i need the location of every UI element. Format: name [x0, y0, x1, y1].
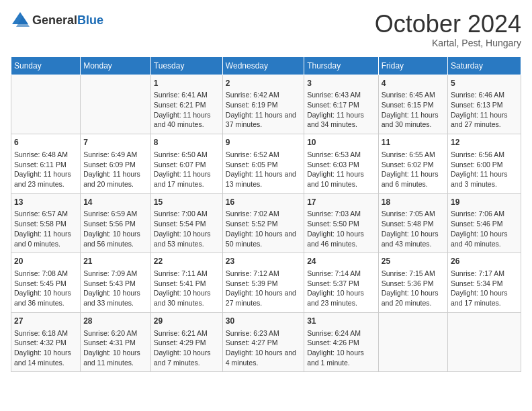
calendar-week-row: 1Sunrise: 6:41 AM Sunset: 6:21 PM Daylig…	[11, 75, 521, 134]
cell-content: Sunrise: 6:48 AM Sunset: 6:11 PM Dayligh…	[14, 150, 77, 189]
weekday-header-sunday: Sunday	[11, 56, 81, 75]
day-number: 11	[382, 137, 445, 148]
weekday-header-friday: Friday	[378, 56, 447, 75]
day-number: 4	[382, 78, 445, 89]
day-number: 31	[307, 316, 375, 327]
day-number: 21	[83, 256, 148, 267]
calendar-cell: 3Sunrise: 6:43 AM Sunset: 6:17 PM Daylig…	[304, 75, 379, 134]
cell-content: Sunrise: 7:09 AM Sunset: 5:43 PM Dayligh…	[83, 269, 148, 308]
day-number: 15	[154, 197, 220, 208]
calendar-cell: 31Sunrise: 6:24 AM Sunset: 4:26 PM Dayli…	[304, 312, 379, 372]
logo-general-text: General	[32, 13, 77, 27]
day-number: 28	[83, 316, 148, 327]
cell-content: Sunrise: 6:43 AM Sunset: 6:17 PM Dayligh…	[307, 90, 375, 130]
calendar-cell: 27Sunrise: 6:18 AM Sunset: 4:32 PM Dayli…	[11, 312, 81, 372]
day-number: 24	[307, 256, 375, 267]
cell-content: Sunrise: 7:15 AM Sunset: 5:36 PM Dayligh…	[382, 269, 445, 308]
calendar-cell: 7Sunrise: 6:49 AM Sunset: 6:09 PM Daylig…	[81, 134, 151, 194]
day-number: 10	[307, 137, 375, 148]
cell-content: Sunrise: 6:18 AM Sunset: 4:32 PM Dayligh…	[14, 328, 77, 368]
page-header: GeneralBlue October 2024 Kartal, Pest, H…	[11, 11, 521, 48]
day-number: 14	[83, 197, 148, 208]
weekday-header-saturday: Saturday	[447, 56, 521, 75]
cell-content: Sunrise: 7:17 AM Sunset: 5:34 PM Dayligh…	[451, 269, 518, 308]
calendar-cell	[11, 75, 81, 134]
calendar-cell: 30Sunrise: 6:23 AM Sunset: 4:27 PM Dayli…	[222, 312, 304, 372]
cell-content: Sunrise: 7:02 AM Sunset: 5:52 PM Dayligh…	[226, 209, 301, 248]
calendar-cell: 2Sunrise: 6:42 AM Sunset: 6:19 PM Daylig…	[222, 75, 304, 134]
calendar-cell: 1Sunrise: 6:41 AM Sunset: 6:21 PM Daylig…	[150, 75, 222, 134]
cell-content: Sunrise: 6:24 AM Sunset: 4:26 PM Dayligh…	[307, 328, 375, 368]
weekday-header-tuesday: Tuesday	[150, 56, 222, 75]
calendar-week-row: 27Sunrise: 6:18 AM Sunset: 4:32 PM Dayli…	[11, 312, 521, 372]
location-text: Kartal, Pest, Hungary	[375, 38, 521, 48]
calendar-cell: 8Sunrise: 6:50 AM Sunset: 6:07 PM Daylig…	[150, 134, 222, 194]
calendar-body: 1Sunrise: 6:41 AM Sunset: 6:21 PM Daylig…	[11, 75, 521, 372]
calendar-week-row: 13Sunrise: 6:57 AM Sunset: 5:58 PM Dayli…	[11, 193, 521, 253]
calendar-cell: 17Sunrise: 7:03 AM Sunset: 5:50 PM Dayli…	[304, 193, 379, 253]
cell-content: Sunrise: 6:55 AM Sunset: 6:02 PM Dayligh…	[382, 150, 445, 189]
day-number: 16	[226, 197, 301, 208]
cell-content: Sunrise: 6:45 AM Sunset: 6:15 PM Dayligh…	[382, 90, 445, 130]
calendar-cell: 13Sunrise: 6:57 AM Sunset: 5:58 PM Dayli…	[11, 193, 81, 253]
cell-content: Sunrise: 6:20 AM Sunset: 4:31 PM Dayligh…	[83, 328, 148, 368]
cell-content: Sunrise: 6:52 AM Sunset: 6:05 PM Dayligh…	[226, 150, 301, 189]
weekday-header-thursday: Thursday	[304, 56, 379, 75]
cell-content: Sunrise: 6:59 AM Sunset: 5:56 PM Dayligh…	[83, 209, 148, 248]
day-number: 13	[14, 197, 77, 208]
weekday-header-monday: Monday	[81, 56, 151, 75]
calendar-cell: 26Sunrise: 7:17 AM Sunset: 5:34 PM Dayli…	[447, 253, 521, 313]
calendar-cell: 16Sunrise: 7:02 AM Sunset: 5:52 PM Dayli…	[222, 193, 304, 253]
calendar-cell: 23Sunrise: 7:12 AM Sunset: 5:39 PM Dayli…	[222, 253, 304, 313]
day-number: 1	[154, 78, 220, 89]
day-number: 25	[382, 256, 445, 267]
title-block: October 2024 Kartal, Pest, Hungary	[375, 11, 521, 48]
cell-content: Sunrise: 6:42 AM Sunset: 6:19 PM Dayligh…	[226, 90, 301, 130]
day-number: 18	[382, 197, 445, 208]
calendar-cell: 5Sunrise: 6:46 AM Sunset: 6:13 PM Daylig…	[447, 75, 521, 134]
day-number: 9	[226, 137, 301, 148]
calendar-cell: 4Sunrise: 6:45 AM Sunset: 6:15 PM Daylig…	[378, 75, 447, 134]
calendar-cell	[378, 312, 447, 372]
calendar-cell: 6Sunrise: 6:48 AM Sunset: 6:11 PM Daylig…	[11, 134, 81, 194]
calendar-cell: 25Sunrise: 7:15 AM Sunset: 5:36 PM Dayli…	[378, 253, 447, 313]
calendar-header-row: SundayMondayTuesdayWednesdayThursdayFrid…	[11, 56, 521, 75]
calendar-cell: 19Sunrise: 7:06 AM Sunset: 5:46 PM Dayli…	[447, 193, 521, 253]
cell-content: Sunrise: 6:57 AM Sunset: 5:58 PM Dayligh…	[14, 209, 77, 248]
day-number: 19	[451, 197, 518, 208]
day-number: 27	[14, 316, 77, 327]
day-number: 29	[154, 316, 220, 327]
cell-content: Sunrise: 7:05 AM Sunset: 5:48 PM Dayligh…	[382, 209, 445, 248]
cell-content: Sunrise: 6:41 AM Sunset: 6:21 PM Dayligh…	[154, 90, 220, 130]
day-number: 3	[307, 78, 375, 89]
calendar-cell: 12Sunrise: 6:56 AM Sunset: 6:00 PM Dayli…	[447, 134, 521, 194]
calendar-cell: 22Sunrise: 7:11 AM Sunset: 5:41 PM Dayli…	[150, 253, 222, 313]
calendar-cell	[447, 312, 521, 372]
calendar-cell: 14Sunrise: 6:59 AM Sunset: 5:56 PM Dayli…	[81, 193, 151, 253]
cell-content: Sunrise: 7:00 AM Sunset: 5:54 PM Dayligh…	[154, 209, 220, 248]
logo-blue-text: Blue	[77, 13, 103, 27]
cell-content: Sunrise: 7:11 AM Sunset: 5:41 PM Dayligh…	[154, 269, 220, 308]
cell-content: Sunrise: 6:49 AM Sunset: 6:09 PM Dayligh…	[83, 150, 148, 189]
day-number: 12	[451, 137, 518, 148]
day-number: 20	[14, 256, 77, 267]
cell-content: Sunrise: 7:08 AM Sunset: 5:45 PM Dayligh…	[14, 269, 77, 308]
cell-content: Sunrise: 7:03 AM Sunset: 5:50 PM Dayligh…	[307, 209, 375, 248]
month-title: October 2024	[375, 11, 521, 38]
calendar-cell: 11Sunrise: 6:55 AM Sunset: 6:02 PM Dayli…	[378, 134, 447, 194]
day-number: 8	[154, 137, 220, 148]
cell-content: Sunrise: 6:23 AM Sunset: 4:27 PM Dayligh…	[226, 328, 301, 368]
calendar-cell	[81, 75, 151, 134]
cell-content: Sunrise: 7:12 AM Sunset: 5:39 PM Dayligh…	[226, 269, 301, 308]
day-number: 26	[451, 256, 518, 267]
logo: GeneralBlue	[11, 11, 103, 30]
calendar-cell: 20Sunrise: 7:08 AM Sunset: 5:45 PM Dayli…	[11, 253, 81, 313]
day-number: 23	[226, 256, 301, 267]
day-number: 7	[83, 137, 148, 148]
logo-icon	[11, 11, 30, 30]
calendar-week-row: 6Sunrise: 6:48 AM Sunset: 6:11 PM Daylig…	[11, 134, 521, 194]
calendar-cell: 24Sunrise: 7:14 AM Sunset: 5:37 PM Dayli…	[304, 253, 379, 313]
calendar-cell: 10Sunrise: 6:53 AM Sunset: 6:03 PM Dayli…	[304, 134, 379, 194]
day-number: 2	[226, 78, 301, 89]
day-number: 17	[307, 197, 375, 208]
